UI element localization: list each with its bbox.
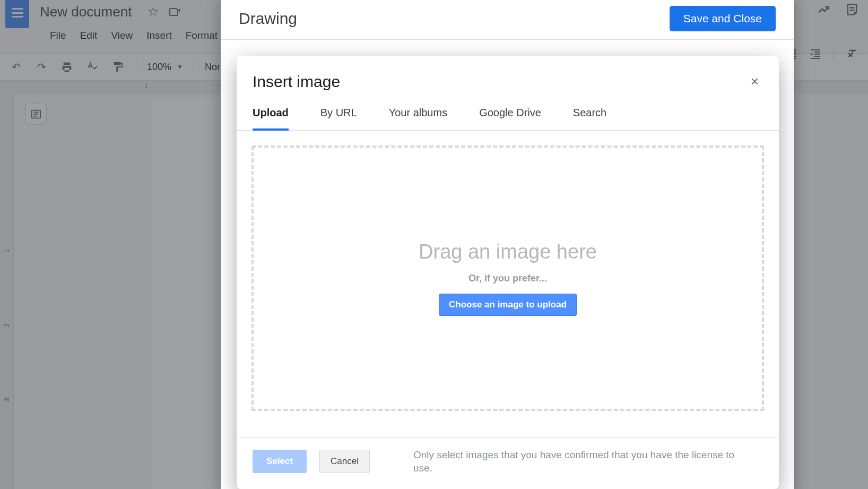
drawing-toolbar [221, 39, 794, 51]
upload-panel: Drag an image here Or, if you prefer... … [237, 131, 779, 437]
tab-search[interactable]: Search [573, 107, 606, 130]
upload-drop-zone[interactable]: Drag an image here Or, if you prefer... … [251, 145, 764, 411]
insert-image-header: Insert image × [237, 56, 779, 97]
drawing-modal-header: Drawing Save and Close [221, 0, 794, 39]
save-and-close-button[interactable]: Save and Close [670, 6, 776, 31]
cancel-button[interactable]: Cancel [319, 450, 370, 473]
tab-upload[interactable]: Upload [253, 107, 289, 131]
or-prefer-text: Or, if you prefer... [468, 273, 547, 284]
license-notice: Only select images that you have confirm… [413, 448, 740, 475]
choose-image-button[interactable]: Choose an image to upload [439, 294, 577, 316]
insert-image-footer: Select Cancel Only select images that yo… [237, 437, 779, 489]
tab-your-albums[interactable]: Your albums [389, 107, 447, 130]
insert-image-tabs: Upload By URL Your albums Google Drive S… [237, 97, 779, 131]
close-icon[interactable]: × [747, 71, 763, 92]
select-button[interactable]: Select [253, 450, 307, 473]
insert-image-title: Insert image [253, 73, 340, 91]
drawing-modal-title: Drawing [239, 10, 297, 28]
tab-by-url[interactable]: By URL [320, 107, 357, 130]
drag-image-text: Drag an image here [419, 241, 597, 263]
tab-google-drive[interactable]: Google Drive [479, 107, 541, 130]
insert-image-modal: Insert image × Upload By URL Your albums… [237, 56, 779, 489]
